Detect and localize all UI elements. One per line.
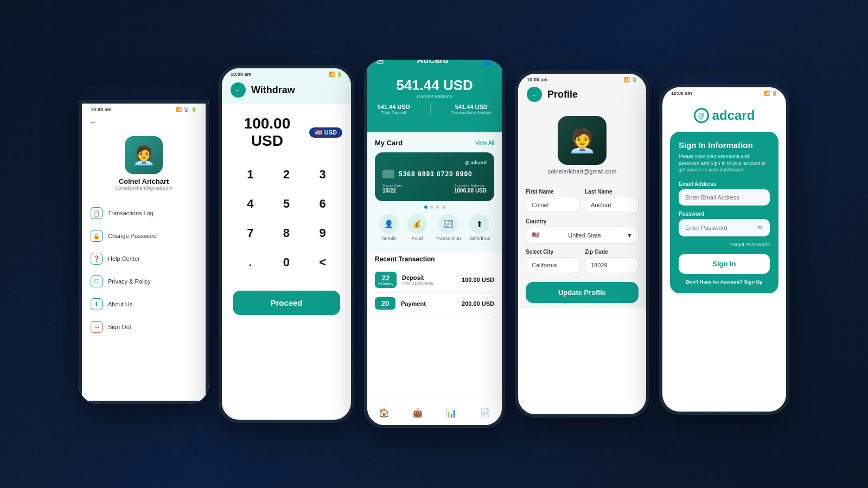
tx-info-2: Payment [401, 300, 462, 307]
privacy-label: Privacy & Policy [108, 278, 151, 285]
card-footer: Expiry Date 10/22 Available Balance 1000… [382, 184, 487, 194]
city-group: Select City [526, 249, 579, 273]
menu-list: 📋 Transactions Log 🔒 Change Password ❓ H… [82, 200, 206, 341]
numpad-0[interactable]: 0 [269, 248, 304, 277]
amount-display: 100.00 USD 🇺🇸 USD [222, 104, 351, 155]
update-profile-button[interactable]: Update Profile [526, 282, 639, 303]
dot-3 [436, 206, 439, 209]
signin-card: Sign In Information Please input your us… [670, 132, 778, 293]
first-name-input[interactable] [526, 197, 579, 213]
battery-icon-4: 🔋 [631, 77, 637, 82]
card-balance-section: Available Balance 1000.00 USD [454, 184, 487, 194]
nav-wallet[interactable]: 👜 [407, 404, 429, 421]
time-5: 10:00 am [671, 91, 692, 96]
user-email: Colnelarichart@gmail.com [115, 185, 173, 191]
phone-withdraw: 10:00 am 📶 🔋 ← Withdraw 100.00 USD 🇺🇸 US… [219, 65, 354, 423]
adcard-header: ⊞ AdCard 👤 [367, 60, 502, 74]
profile-avatar-emoji: 🧑‍💼 [568, 127, 596, 154]
status-bar-4: 10:00 am 📶 🔋 [518, 74, 646, 84]
tx-month-1: February [378, 282, 393, 286]
menu-item-help[interactable]: ❓ Help Center [82, 247, 206, 270]
phone-signin: 10:00 am 📶 🔋 @ adcard Sign In Informatio… [659, 73, 789, 415]
zip-label: Zip Code [585, 249, 639, 255]
tx-day-2: 20 [378, 299, 392, 307]
balance-section: 541.44 USD Current Balance 541.44 USD To… [367, 74, 502, 132]
numpad-9[interactable]: 9 [305, 219, 340, 247]
action-fund[interactable]: 💰 Fund [407, 214, 427, 241]
total-deposit-label: Total Deposit [378, 110, 410, 115]
withdraw-header: ← Withdraw [222, 78, 351, 104]
withdraw-label: Withdraw [469, 236, 490, 241]
expiry-label: Expiry Date [382, 184, 402, 188]
last-name-input[interactable] [585, 197, 639, 213]
details-label: Details [381, 236, 397, 241]
back-btn-withdraw[interactable]: ← [231, 82, 246, 98]
last-name-group: Last Name [585, 189, 639, 213]
menu-item-privacy[interactable]: 🛡 Privacy & Policy [82, 270, 206, 293]
phone1-screen: 10:00 am 📶 📡 🔋 ← 🧑‍💼 Colnel Arichart Col… [79, 100, 209, 404]
city-input[interactable] [526, 257, 579, 273]
card-expiry-section: Expiry Date 10/22 [382, 184, 402, 194]
help-icon: ❓ [91, 253, 103, 265]
phone4-screen: 10:00 am 📶 🔋 ← Profile 🧑‍💼 colnelarichar… [515, 70, 649, 418]
numpad-7[interactable]: 7 [233, 219, 268, 247]
numpad-6[interactable]: 6 [305, 190, 340, 218]
menu-item-transactions[interactable]: 📋 Transactions Log [82, 202, 206, 224]
nav-transactions[interactable]: 📊 [441, 404, 462, 421]
action-transaction[interactable]: 🔄 Transaction [436, 214, 461, 241]
cards-section: My Card View All @ adcard 5368 9893 0720… [367, 132, 502, 253]
numpad-2[interactable]: 2 [269, 160, 304, 189]
avatar-section: 🧑‍💼 Colnel Arichart Colnelarichart@gmail… [82, 131, 206, 200]
dropdown-icon: ▼ [627, 232, 633, 239]
recent-tx-title: Recent Transaction [375, 253, 494, 267]
country-select[interactable]: 🇺🇸 United State ▼ [526, 227, 639, 243]
brand-text: adcard [712, 108, 755, 123]
tx-type-2: Payment [401, 300, 462, 307]
signup-action[interactable]: Sign Up [744, 279, 763, 285]
card-balance-value: 1000.00 USD [454, 188, 487, 194]
menu-item-change-password[interactable]: 🔒 Change Password [82, 224, 206, 247]
numpad-8[interactable]: 8 [269, 219, 304, 247]
change-password-icon: 🔒 [91, 230, 103, 242]
menu-item-signout[interactable]: ↪ Sign Out [82, 316, 206, 338]
forgot-password-link[interactable]: Forgot Password? [679, 242, 770, 247]
status-bar-1: 10:00 am 📶 📡 🔋 [82, 104, 206, 113]
numpad-dot[interactable]: . [233, 248, 268, 277]
back-arrow-1[interactable]: ← [90, 118, 97, 126]
phone5-screen: 10:00 am 📶 🔋 @ adcard Sign In Informatio… [659, 84, 789, 415]
tx-item-2: 20 Payment 200.00 USD [375, 293, 494, 314]
card-brand-logo: @ adcard [382, 160, 487, 165]
numpad-3[interactable]: 3 [305, 160, 340, 189]
country-flag: 🇺🇸 [532, 232, 539, 239]
grid-icon[interactable]: ⊞ [376, 60, 384, 66]
numpad-1[interactable]: 1 [233, 160, 268, 189]
user-icon[interactable]: 👤 [481, 60, 493, 66]
signin-button[interactable]: Sign In [679, 254, 770, 274]
transaction-icon: 🔄 [438, 214, 458, 234]
card-number: 5368 9893 0720 8990 [399, 170, 473, 178]
tx-info-1: Deposit #TN-213564889 [402, 274, 462, 286]
action-withdraw[interactable]: ⬆ Withdraw [469, 214, 490, 241]
view-all-link[interactable]: View All [475, 140, 494, 146]
proceed-button[interactable]: Proceed [233, 291, 340, 315]
nav-profile[interactable]: 📄 [474, 404, 496, 421]
signin-title: Sign In Information [679, 140, 770, 150]
action-details[interactable]: 👤 Details [379, 214, 399, 241]
back-btn-profile[interactable]: ← [527, 87, 542, 102]
password-input[interactable] [685, 224, 757, 231]
numpad-5[interactable]: 5 [269, 190, 304, 218]
tx-amount-2: 200.00 USD [462, 300, 494, 307]
email-input[interactable] [685, 194, 763, 201]
numpad-4[interactable]: 4 [233, 190, 268, 218]
nav-home[interactable]: 🏠 [373, 404, 395, 421]
menu-item-about[interactable]: ℹ About Us [82, 293, 206, 316]
zip-input[interactable] [585, 257, 639, 273]
user-name: Colnel Arichart [119, 177, 169, 185]
profile-email: colnelarichart@gmail.com [548, 168, 617, 175]
avatar: 🧑‍💼 [125, 136, 163, 174]
eye-icon[interactable]: 👁 [757, 224, 763, 232]
fund-icon: 💰 [407, 214, 427, 234]
numpad-backspace[interactable]: < [305, 248, 340, 277]
time-1: 10:00 am [91, 107, 112, 112]
currency-code: USD [324, 129, 337, 136]
